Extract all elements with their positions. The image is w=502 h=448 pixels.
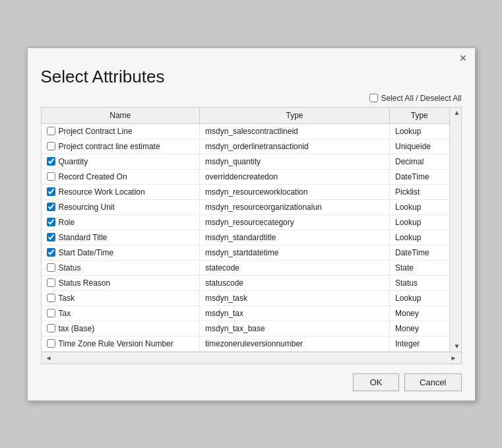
row-checkbox[interactable] <box>47 157 55 166</box>
table-row: Project contract line estimatemsdyn_orde… <box>42 139 449 154</box>
cell-type1: statuscode <box>200 275 390 290</box>
cell-name: Record Created On <box>42 169 200 184</box>
cell-type1: msdyn_task <box>200 290 390 305</box>
dialog-footer: OK Cancel <box>28 364 475 400</box>
row-checkbox[interactable] <box>47 309 55 317</box>
cell-type2: Money <box>390 305 449 321</box>
cell-type2: DateTime <box>390 169 449 184</box>
cell-type1: msdyn_resourceorganizationalun <box>200 199 390 214</box>
ok-button[interactable]: OK <box>353 373 399 391</box>
col-header-type2: Type <box>390 108 449 124</box>
cell-type2: Lookup <box>390 123 449 139</box>
row-checkbox[interactable] <box>47 294 55 302</box>
cell-type1: statecode <box>200 260 390 275</box>
select-all-label[interactable]: Select All / Deselect All <box>369 94 461 103</box>
row-name-label: Resourcing Unit <box>59 203 115 212</box>
cell-name: Resource Work Location <box>42 184 200 199</box>
cell-type1: msdyn_startdatetime <box>200 245 390 260</box>
row-checkbox[interactable] <box>47 203 55 211</box>
row-checkbox[interactable] <box>47 172 55 181</box>
row-name-label: Resource Work Location <box>59 187 145 197</box>
select-all-checkbox[interactable] <box>369 94 378 102</box>
row-name-label: Standard Title <box>59 233 108 242</box>
row-name-label: tax (Base) <box>59 324 95 333</box>
scroll-right-button[interactable]: ► <box>448 354 460 362</box>
row-name-label: Tax <box>59 309 71 318</box>
table-row: Project Contract Linemsdyn_salescontract… <box>42 123 449 139</box>
scroll-down-button[interactable]: ▼ <box>450 341 461 352</box>
cell-name: Task <box>42 290 200 305</box>
row-checkbox[interactable] <box>47 127 55 135</box>
table-row: Rolemsdyn_resourcecategoryLookup <box>42 214 449 230</box>
cell-type2: Money <box>390 321 449 336</box>
cell-type2: DateTime <box>390 245 449 260</box>
scroll-up-button[interactable]: ▲ <box>450 108 461 118</box>
cell-type2: Status <box>390 275 449 290</box>
cell-type2: Lookup <box>390 214 449 230</box>
cell-type1: msdyn_resourcecategory <box>200 214 390 230</box>
table-row: Resource Work Locationmsdyn_resourcework… <box>42 184 449 199</box>
row-checkbox[interactable] <box>47 324 55 333</box>
cell-type2: Uniqueide <box>390 139 449 154</box>
row-name-label: Time Zone Rule Version Number <box>59 339 173 348</box>
cell-type1: msdyn_salescontractlineid <box>200 123 390 139</box>
row-name-label: Task <box>59 294 75 303</box>
close-button[interactable]: ✕ <box>456 52 470 64</box>
cell-name: Tax <box>42 305 200 321</box>
col-header-type1: Type <box>200 108 390 124</box>
cell-name: Status <box>42 260 200 275</box>
row-checkbox[interactable] <box>47 218 55 226</box>
row-name-label: Start Date/Time <box>59 248 114 257</box>
cell-name: Project contract line estimate <box>42 139 200 154</box>
cell-name: Resourcing Unit <box>42 199 200 214</box>
cell-name: Standard Title <box>42 230 200 245</box>
row-checkbox[interactable] <box>47 187 55 196</box>
cell-type2: Lookup <box>390 230 449 245</box>
table-row: tax (Base)msdyn_tax_baseMoney <box>42 321 449 336</box>
attributes-table: Name Type Type Project Contract Linemsdy… <box>42 108 449 352</box>
title-bar: ✕ <box>28 48 475 64</box>
row-checkbox[interactable] <box>47 263 55 272</box>
cell-type1: msdyn_resourceworklocation <box>200 184 390 199</box>
dialog-title: Select Attributes <box>41 67 462 87</box>
table-row: Taxmsdyn_taxMoney <box>42 305 449 321</box>
row-checkbox[interactable] <box>47 339 55 348</box>
row-name-label: Status Reason <box>59 278 111 288</box>
cell-name: Quantity <box>42 154 200 169</box>
col-header-name: Name <box>42 108 200 124</box>
select-attributes-dialog: ✕ Select Attributes Select All / Deselec… <box>27 48 476 401</box>
cell-name: Time Zone Rule Version Number <box>42 336 200 351</box>
dialog-header: Select Attributes <box>28 64 475 94</box>
cell-type2: Integer <box>390 336 449 351</box>
cell-type1: msdyn_tax_base <box>200 321 390 336</box>
cell-type1: timezoneruleversionnumber <box>200 336 390 351</box>
table-header-row: Name Type Type <box>42 108 449 124</box>
row-checkbox[interactable] <box>47 248 55 257</box>
cancel-button[interactable]: Cancel <box>404 373 461 391</box>
table-row: Quantitymsdyn_quantityDecimal <box>42 154 449 169</box>
cell-type1: msdyn_tax <box>200 305 390 321</box>
table-scroll-area[interactable]: Name Type Type Project Contract Linemsdy… <box>42 108 449 352</box>
attributes-table-container: Name Type Type Project Contract Linemsdy… <box>41 107 462 364</box>
horizontal-scrollbar: ◄ ► <box>42 352 461 364</box>
cell-type1: overriddencreatedon <box>200 169 390 184</box>
row-name-label: Project Contract Line <box>59 127 133 136</box>
row-name-label: Project contract line estimate <box>59 142 160 151</box>
cell-type1: msdyn_quantity <box>200 154 390 169</box>
row-checkbox[interactable] <box>47 233 55 241</box>
table-row: Start Date/Timemsdyn_startdatetimeDateTi… <box>42 245 449 260</box>
row-checkbox[interactable] <box>47 278 55 287</box>
cell-type2: Picklist <box>390 184 449 199</box>
table-row: Standard Titlemsdyn_standardtitleLookup <box>42 230 449 245</box>
cell-type1: msdyn_standardtitle <box>200 230 390 245</box>
row-checkbox[interactable] <box>47 142 55 150</box>
table-body: Project Contract Linemsdyn_salescontract… <box>42 123 449 351</box>
scroll-left-button[interactable]: ◄ <box>43 354 55 362</box>
table-row: Record Created OnoverriddencreatedonDate… <box>42 169 449 184</box>
row-name-label: Quantity <box>59 157 88 166</box>
cell-type2: State <box>390 260 449 275</box>
table-row: StatusstatecodeState <box>42 260 449 275</box>
table-row: Time Zone Rule Version Numbertimezonerul… <box>42 336 449 351</box>
cell-name: tax (Base) <box>42 321 200 336</box>
row-name-label: Role <box>59 218 75 227</box>
